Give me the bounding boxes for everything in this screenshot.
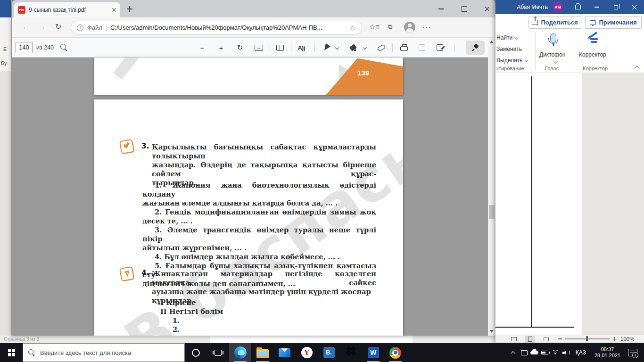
collapse-ribbon-icon[interactable]	[634, 66, 639, 71]
text-line: жазыңдар. Өздерің де тақырыпқа қатысты б…	[152, 160, 376, 178]
watermark-fragment	[113, 58, 139, 80]
save-as-icon[interactable]	[434, 42, 446, 53]
print-layout-button[interactable]	[525, 336, 535, 343]
draw-pen-chevron-icon[interactable]	[334, 42, 340, 53]
forward-icon[interactable]: →	[39, 23, 46, 31]
clock[interactable]: 08:37 28.01.2021	[591, 346, 624, 359]
tab-close-icon[interactable]	[112, 8, 116, 12]
search-icon	[28, 349, 35, 356]
collections-icon[interactable]: ⧉	[388, 23, 392, 31]
task-view-icon	[215, 350, 222, 356]
wifi-icon[interactable]	[550, 343, 561, 362]
ribbon-display-options-button[interactable]	[569, 0, 587, 14]
word-user-avatar[interactable]: АМ	[553, 2, 563, 12]
background-ribbon-fragment: Бу	[1, 60, 7, 66]
scroll-down-icon[interactable]	[490, 330, 494, 333]
word-close-button[interactable]	[625, 0, 644, 14]
web-layout-button[interactable]	[541, 336, 551, 343]
language-indicator[interactable]: ҚАЗ	[571, 349, 591, 356]
background-word-statusbar: Страница 3 из 3	[0, 336, 495, 343]
taskbar-vk[interactable]: В.	[318, 343, 340, 362]
window-close-button[interactable]	[480, 4, 494, 14]
edge-icon	[234, 346, 247, 359]
background-ribbon-fragment2: Е	[3, 46, 7, 52]
replace-menu-item[interactable]: Заменить	[496, 46, 522, 52]
taskbar-mail[interactable]	[273, 343, 296, 362]
active-tab[interactable]: PDF 9-сынып қазақ тілі.pdf	[14, 2, 120, 17]
info-icon[interactable]: i	[77, 25, 83, 31]
taskbar-search[interactable]	[23, 343, 185, 362]
scroll-up-icon[interactable]	[490, 41, 494, 43]
zoom-out-button[interactable]	[558, 338, 562, 339]
address-divider	[106, 24, 107, 32]
pin-toolbar-button[interactable]	[466, 41, 485, 55]
system-tray: ҚАЗ 08:37 28.01.2021 1	[509, 343, 644, 362]
cortana-button[interactable]	[185, 343, 207, 362]
refresh-icon[interactable]: ↻	[55, 23, 61, 31]
settings-menu-icon[interactable]: ···	[423, 24, 432, 31]
window-maximize-button[interactable]	[457, 4, 471, 14]
cortana-icon	[192, 349, 200, 357]
rotate-icon[interactable]: ↻	[234, 42, 246, 53]
pdf-scrollbar[interactable]	[488, 38, 495, 336]
task-view-button[interactable]	[207, 343, 229, 362]
taskbar-word[interactable]: W	[362, 343, 384, 362]
start-button[interactable]	[0, 343, 23, 362]
address-field[interactable]: i Файл C:/Users/admin/Documents/Новый%20…	[71, 21, 362, 34]
background-word-window[interactable]: Е Бу	[0, 0, 12, 336]
word-minimize-button[interactable]	[587, 0, 606, 14]
back-icon[interactable]: ←	[22, 23, 30, 31]
zoom-in-icon[interactable]: +	[215, 42, 227, 53]
close-icon	[485, 7, 489, 11]
word-restore-button[interactable]	[606, 0, 625, 14]
zoom-slider[interactable]	[565, 338, 610, 339]
highlighter-icon[interactable]	[347, 42, 359, 53]
zoom-in-button[interactable]	[612, 337, 617, 341]
tablet-mode-icon[interactable]	[519, 343, 529, 362]
zoom-slider-handle[interactable]	[586, 336, 588, 341]
taskbar-chrome[interactable]	[384, 343, 406, 362]
word-quick-row: Поделиться Примечания	[495, 14, 644, 31]
battery-icon[interactable]	[540, 343, 550, 362]
profile-avatar[interactable]	[404, 22, 415, 33]
chevron-down-icon	[553, 59, 557, 63]
text-line: 4. Бұл өнімдер жылдан жылға көбеймесе, .…	[142, 252, 376, 261]
onedrive-cloud-icon[interactable]	[529, 343, 540, 362]
taskbar-yandex[interactable]: Y	[296, 343, 318, 362]
save-icon[interactable]	[416, 42, 428, 53]
word-page[interactable]	[495, 73, 582, 335]
task4-pen-icon	[119, 266, 134, 281]
volume-icon[interactable]	[561, 343, 571, 362]
eraser-icon[interactable]	[376, 42, 387, 53]
action-center-button[interactable]: 1	[628, 349, 637, 356]
print-icon[interactable]	[398, 42, 410, 53]
search-icon[interactable]	[60, 44, 68, 51]
select-menu-item[interactable]: Выделить	[496, 57, 527, 64]
word-user-name: Абая Мечта	[517, 4, 548, 10]
fit-width-icon[interactable]: ↔	[253, 42, 264, 53]
window-minimize-button[interactable]	[434, 4, 448, 14]
taskbar-edge[interactable]	[229, 343, 251, 362]
taskbar-dropbox[interactable]	[340, 343, 362, 362]
favorites-bar-icon[interactable]: ☆≡	[369, 23, 380, 31]
taskbar-explorer[interactable]	[251, 343, 273, 362]
tray-expand-button[interactable]	[509, 343, 519, 362]
find-menu-item[interactable]: Найти	[496, 34, 517, 41]
plan-line: 1.	[173, 316, 349, 325]
read-mode-button[interactable]	[509, 336, 519, 343]
page-view-icon[interactable]	[274, 42, 286, 53]
scrollbar-thumb[interactable]	[489, 205, 495, 219]
share-button[interactable]: Поделиться	[528, 16, 581, 29]
address-url[interactable]: C:/Users/admin/Documents/Новый%20формат/…	[110, 24, 346, 31]
read-aloud-icon[interactable]: A))	[296, 42, 307, 53]
zoom-out-icon[interactable]: −	[197, 42, 208, 53]
page-number-input[interactable]	[16, 42, 33, 53]
draw-pen-icon[interactable]	[321, 42, 332, 53]
search-input[interactable]	[40, 349, 180, 356]
zoom-level-label[interactable]: 100%	[620, 336, 634, 342]
background-word-document	[0, 71, 11, 336]
highlighter-chevron-icon[interactable]	[362, 42, 368, 53]
word-document-area[interactable]	[495, 73, 644, 335]
favorite-add-icon[interactable]: ☆	[350, 24, 356, 31]
comments-button[interactable]: Примечания	[585, 16, 642, 29]
